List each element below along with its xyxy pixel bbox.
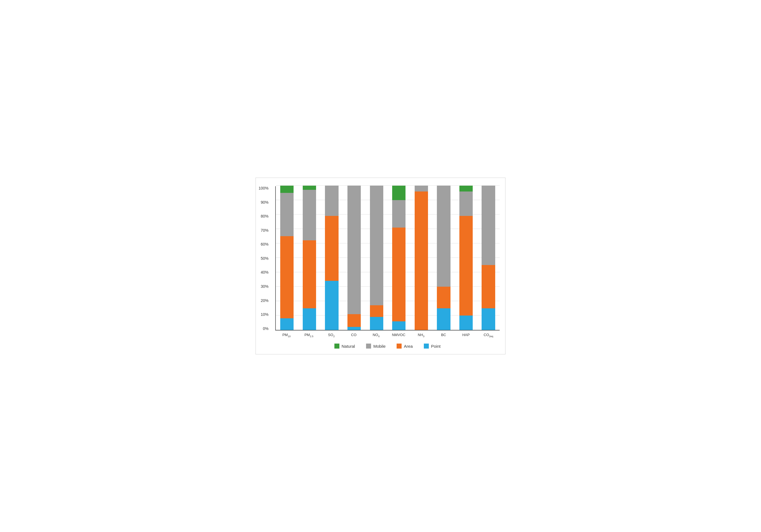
bar-segment-point xyxy=(370,317,383,330)
bar-segment-point xyxy=(303,308,316,330)
bar-segment-point xyxy=(392,321,405,330)
legend-swatch-natural xyxy=(334,344,339,348)
legend-item-mobile: Mobile xyxy=(366,344,385,348)
x-axis-label: PM10 xyxy=(275,333,298,338)
chart-area: 0%10%20%30%40%50%60%70%80%90%100% xyxy=(275,186,499,331)
bar-segment-mobile xyxy=(325,186,338,216)
legend-swatch-point xyxy=(424,344,429,348)
bar-group xyxy=(276,186,298,330)
y-axis-label: 10% xyxy=(261,312,268,316)
y-axis-label: 0% xyxy=(263,327,268,331)
legend-label-area: Area xyxy=(404,344,413,348)
bar-segment-mobile xyxy=(482,186,495,265)
x-axis-label: HAP xyxy=(455,333,477,338)
bar-segment-natural xyxy=(459,186,473,191)
legend-swatch-area xyxy=(397,344,402,348)
bar-group xyxy=(343,186,366,330)
x-labels: PM10PM2.5SO2CONOXNMVOCNH3BCHAPCO2eq xyxy=(275,333,499,338)
bar-segment-mobile xyxy=(280,193,294,236)
legend-item-natural: Natural xyxy=(334,344,355,348)
bar-group xyxy=(477,186,499,330)
y-axis-label: 30% xyxy=(261,285,268,288)
y-axis-label: 80% xyxy=(261,214,268,218)
bar-segment-area xyxy=(325,216,338,281)
bar-segment-area xyxy=(303,240,316,308)
bar-segment-mobile xyxy=(392,200,405,228)
bar-segment-point xyxy=(347,327,361,330)
y-axis-label: 40% xyxy=(261,270,268,274)
y-axis-label: 90% xyxy=(261,200,268,204)
chart-container: 0%10%20%30%40%50%60%70%80%90%100% PM10PM… xyxy=(256,178,505,354)
legend-label-mobile: Mobile xyxy=(373,344,385,348)
x-axis-label: NH3 xyxy=(410,333,433,338)
legend-swatch-mobile xyxy=(366,344,371,348)
y-axis-label: 100% xyxy=(259,186,268,190)
x-axis-label: NMVOC xyxy=(387,333,410,338)
bar-group xyxy=(433,186,455,330)
legend-item-area: Area xyxy=(397,344,413,348)
y-axis: 0%10%20%30%40%50%60%70%80%90%100% xyxy=(259,186,268,331)
bar-segment-area xyxy=(280,236,294,318)
legend: NaturalMobileAreaPoint xyxy=(275,344,499,348)
bar-segment-natural xyxy=(392,186,405,200)
bar-segment-area xyxy=(415,191,428,330)
x-axis-label: BC xyxy=(433,333,455,338)
bar-segment-mobile xyxy=(459,191,473,216)
bar-segment-point xyxy=(325,281,338,330)
x-axis-label: SO2 xyxy=(320,333,343,338)
bar-segment-mobile xyxy=(370,186,383,305)
y-axis-label: 20% xyxy=(261,298,268,302)
bar-segment-area xyxy=(347,314,361,327)
bar-segment-mobile xyxy=(415,186,428,191)
bar-segment-mobile xyxy=(347,186,361,314)
x-axis-label: PM2.5 xyxy=(298,333,320,338)
x-axis-label: CO2eq xyxy=(477,333,499,338)
x-axis-label: NOX xyxy=(365,333,387,338)
bar-group xyxy=(388,186,410,330)
bar-segment-area xyxy=(482,265,495,308)
bar-group xyxy=(321,186,343,330)
y-axis-label: 60% xyxy=(261,242,268,246)
y-axis-label: 70% xyxy=(261,228,268,232)
bar-segment-natural xyxy=(303,186,316,190)
bar-segment-point xyxy=(459,316,473,330)
bar-segment-point xyxy=(437,308,450,330)
bar-segment-natural xyxy=(280,186,294,193)
bar-group xyxy=(365,186,388,330)
bar-segment-mobile xyxy=(303,190,316,240)
bar-segment-point xyxy=(482,308,495,330)
y-axis-label: 50% xyxy=(261,256,268,260)
legend-label-point: Point xyxy=(431,344,440,348)
bar-segment-area xyxy=(459,216,473,316)
bar-segment-area xyxy=(392,228,405,321)
legend-label-natural: Natural xyxy=(342,344,355,348)
x-axis-label: CO xyxy=(342,333,365,338)
bar-group xyxy=(298,186,321,330)
bars-wrapper xyxy=(275,186,499,331)
bar-segment-mobile xyxy=(437,186,450,287)
bar-group xyxy=(455,186,477,330)
bar-segment-point xyxy=(280,318,294,330)
bar-group xyxy=(410,186,433,330)
bar-segment-area xyxy=(370,305,383,317)
legend-item-point: Point xyxy=(424,344,440,348)
bar-segment-area xyxy=(437,287,450,308)
